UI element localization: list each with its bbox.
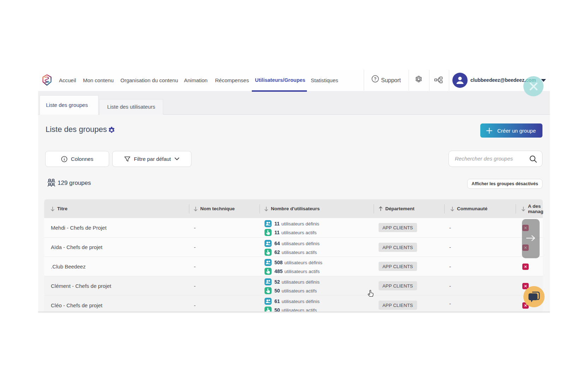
svg-text:?: ? [374,77,376,81]
